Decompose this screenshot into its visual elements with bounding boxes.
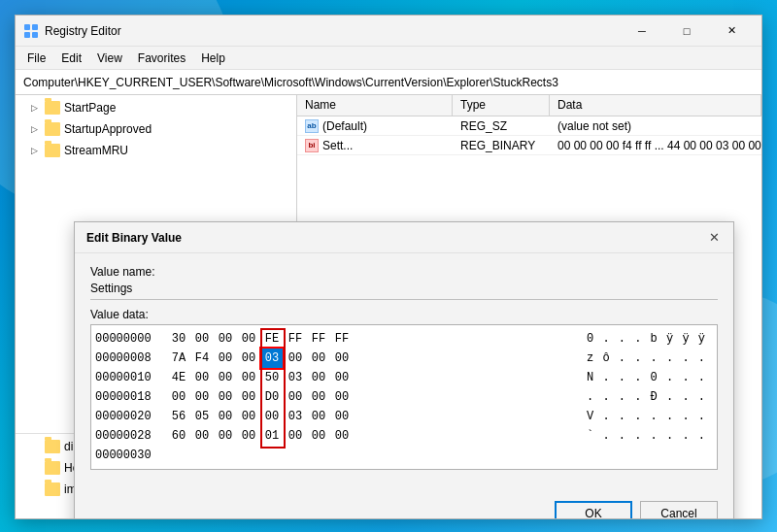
- menu-favorites[interactable]: Favorites: [130, 50, 193, 67]
- hex-ascii: [587, 446, 713, 465]
- dialog-body: Value name: Settings Value data: 0000000…: [75, 253, 733, 497]
- hex-byte[interactable]: [238, 446, 259, 465]
- hex-byte-selected[interactable]: 03: [261, 349, 283, 368]
- hex-byte[interactable]: 05: [191, 407, 213, 426]
- hex-byte[interactable]: 00: [191, 387, 213, 407]
- svg-rect-0: [24, 24, 30, 30]
- hex-byte[interactable]: FE: [261, 329, 283, 349]
- close-button[interactable]: ✕: [709, 16, 754, 47]
- hex-ascii: z ô . . . . . .: [587, 349, 713, 368]
- table-row[interactable]: ab (Default) REG_SZ (value not set): [297, 116, 761, 136]
- hex-byte[interactable]: 00: [285, 349, 306, 368]
- hex-byte[interactable]: 03: [285, 368, 306, 387]
- values-header: Name Type Data: [297, 95, 761, 116]
- cancel-button[interactable]: Cancel: [640, 501, 718, 518]
- hex-byte[interactable]: 00: [215, 387, 236, 407]
- menu-edit[interactable]: Edit: [53, 50, 89, 67]
- hex-byte[interactable]: 00: [331, 368, 353, 387]
- hex-byte[interactable]: 00: [215, 349, 236, 368]
- hex-byte[interactable]: [191, 446, 213, 465]
- hex-byte[interactable]: 56: [168, 407, 189, 426]
- hex-byte[interactable]: 00: [331, 349, 353, 368]
- hex-bytes: 4E 00 00 00 50 03 00 00: [168, 368, 579, 387]
- dialog-footer: OK Cancel: [75, 497, 733, 518]
- hex-byte[interactable]: 00: [238, 426, 259, 446]
- menu-file[interactable]: File: [19, 50, 53, 67]
- hex-byte[interactable]: 50: [261, 368, 283, 387]
- hex-byte[interactable]: FF: [285, 329, 306, 349]
- hex-editor[interactable]: 00000000 30 00 00 00 FE FF FF FF 0 .: [90, 324, 718, 470]
- hex-byte[interactable]: 00: [261, 407, 283, 426]
- hex-bytes: 7A F4 00 00 03 00 00 00: [168, 349, 579, 368]
- folder-icon: [45, 101, 60, 115]
- tree-item-startupapproved[interactable]: ▷ StartupApproved: [16, 118, 296, 140]
- hex-byte[interactable]: 4E: [168, 368, 189, 387]
- hex-byte[interactable]: 00: [308, 368, 329, 387]
- folder-icon: [45, 144, 60, 157]
- hex-byte[interactable]: 00: [191, 329, 213, 349]
- hex-byte[interactable]: 03: [285, 407, 306, 426]
- hex-byte[interactable]: FF: [331, 329, 353, 349]
- hex-ascii: N . . . 0 . . .: [587, 368, 713, 387]
- hex-byte[interactable]: [168, 446, 189, 465]
- hex-byte[interactable]: [261, 446, 283, 465]
- cell-type: REG_BINARY: [453, 139, 550, 152]
- hex-byte[interactable]: 00: [285, 387, 306, 407]
- hex-byte[interactable]: [215, 446, 236, 465]
- table-row[interactable]: bi Sett... REG_BINARY 00 00 00 00 f4 ff …: [297, 136, 761, 155]
- hex-byte[interactable]: 01: [261, 426, 283, 446]
- hex-addr: 00000008: [95, 349, 168, 368]
- hex-row-3: 00000018 00 00 00 00 D0 00 00 00 . .: [95, 387, 713, 407]
- hex-byte[interactable]: F4: [191, 349, 213, 368]
- hex-byte[interactable]: 00: [191, 426, 213, 446]
- hex-byte[interactable]: 00: [308, 426, 329, 446]
- hex-byte[interactable]: FF: [308, 329, 329, 349]
- cell-name: ab (Default): [297, 119, 453, 133]
- hex-byte[interactable]: 30: [168, 329, 189, 349]
- hex-byte[interactable]: 00: [238, 349, 259, 368]
- hex-byte[interactable]: 00: [308, 349, 329, 368]
- hex-byte[interactable]: 00: [215, 407, 236, 426]
- hex-bytes: 56 05 00 00 00 03 00 00: [168, 407, 579, 426]
- hex-byte[interactable]: 00: [238, 329, 259, 349]
- tree-item-startpage[interactable]: ▷ StartPage: [16, 97, 296, 118]
- hex-byte[interactable]: 00: [331, 426, 353, 446]
- hex-byte[interactable]: 00: [308, 407, 329, 426]
- hex-byte[interactable]: 00: [308, 387, 329, 407]
- menu-bar: File Edit View Favorites Help: [16, 47, 761, 70]
- hex-byte[interactable]: 00: [331, 387, 353, 407]
- hex-byte[interactable]: 00: [215, 368, 236, 387]
- hex-byte[interactable]: 00: [168, 387, 189, 407]
- hex-bytes: 30 00 00 00 FE FF FF FF: [168, 329, 579, 349]
- menu-help[interactable]: Help: [193, 50, 233, 67]
- hex-byte[interactable]: 7A: [168, 349, 189, 368]
- hex-byte[interactable]: [331, 446, 353, 465]
- hex-byte[interactable]: 00: [238, 387, 259, 407]
- hex-byte[interactable]: 60: [168, 426, 189, 446]
- hex-byte[interactable]: 00: [285, 426, 306, 446]
- hex-byte[interactable]: 00: [238, 368, 259, 387]
- maximize-button[interactable]: □: [664, 16, 709, 47]
- dialog-title-text: Edit Binary Value: [86, 231, 182, 245]
- window-title: Registry Editor: [45, 24, 620, 38]
- dialog-close-button[interactable]: ✕: [702, 226, 726, 249]
- hex-bytes: 00 00 00 00 D0 00 00 00: [168, 387, 579, 407]
- tree-item-streammru[interactable]: ▷ StreamMRU: [16, 140, 296, 161]
- hex-byte[interactable]: 00: [215, 426, 236, 446]
- hex-row-6: 00000030: [95, 446, 713, 465]
- hex-byte[interactable]: 00: [191, 368, 213, 387]
- hex-byte[interactable]: 00: [238, 407, 259, 426]
- hex-byte[interactable]: [308, 446, 329, 465]
- svg-rect-1: [32, 24, 38, 30]
- tree-item-label: StartPage: [64, 101, 116, 115]
- menu-view[interactable]: View: [89, 50, 130, 67]
- hex-ascii: . . . . Ð . . .: [587, 387, 713, 407]
- hex-byte[interactable]: [285, 446, 306, 465]
- hex-row-2: 00000010 4E 00 00 00 50 03 00 00 N .: [95, 368, 713, 387]
- hex-byte[interactable]: 00: [331, 407, 353, 426]
- hex-byte[interactable]: 00: [215, 329, 236, 349]
- hex-byte[interactable]: D0: [261, 387, 283, 407]
- hex-addr: 00000020: [95, 407, 168, 426]
- ok-button[interactable]: OK: [555, 501, 632, 518]
- minimize-button[interactable]: ─: [620, 16, 664, 47]
